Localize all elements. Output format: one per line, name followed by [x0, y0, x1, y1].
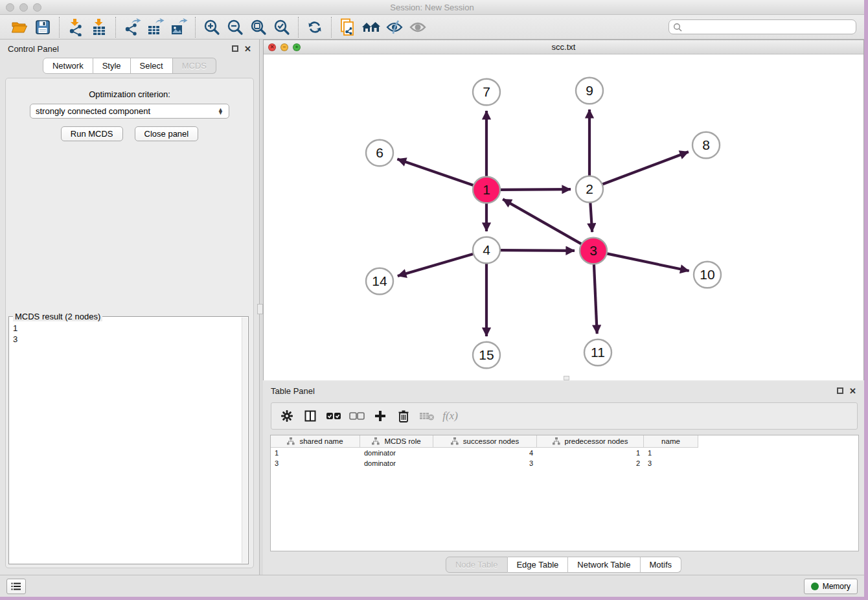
graph-node-label: 9	[586, 83, 593, 98]
graph-edge-2-8[interactable]	[601, 152, 689, 185]
close-table-panel-button[interactable]: ✕	[849, 387, 856, 395]
canvas-bottom-grip[interactable]	[564, 376, 569, 380]
eye-icon	[409, 19, 427, 35]
table-panel-title: Table Panel	[271, 386, 315, 396]
zoom-in-button[interactable]	[200, 17, 223, 38]
column-header-mcds-role[interactable]: MCDS role	[360, 435, 433, 448]
network-canvas[interactable]: 7968124314101511	[264, 54, 863, 380]
cell-name[interactable]: 1	[644, 449, 698, 457]
attribute-icon	[372, 437, 380, 445]
tab-edge-table[interactable]: Edge Table	[507, 557, 568, 573]
graph-edge-1-6[interactable]	[397, 159, 475, 185]
graph-node-label: 7	[483, 84, 490, 99]
search-input[interactable]	[685, 23, 852, 32]
column-label: MCDS role	[384, 437, 420, 445]
open-file-button[interactable]	[8, 17, 31, 38]
export-table-button[interactable]	[144, 17, 167, 38]
optimization-criterion-label: Optimization criterion:	[6, 89, 253, 99]
optimization-criterion-select[interactable]: strongly connected component ▲▼	[30, 104, 229, 119]
function-builder-button[interactable]: f(x)	[440, 406, 461, 426]
graph-edge-1-2[interactable]	[499, 189, 571, 190]
control-panel: Control Panel ✕ Network Style Select MCD…	[0, 40, 259, 575]
houses-icon	[361, 19, 381, 35]
mcds-result-list[interactable]: 1 3	[13, 319, 242, 563]
save-session-button[interactable]	[31, 17, 54, 38]
graph-edge-4-14[interactable]	[398, 253, 475, 276]
refresh-icon	[306, 19, 323, 36]
cell-predecessor-nodes[interactable]: 1	[537, 449, 644, 457]
select-stepper-icon: ▲▼	[218, 108, 223, 115]
cell-predecessor-nodes[interactable]: 2	[537, 459, 644, 467]
network-titlebar: scc.txt ✕ − +	[264, 40, 863, 54]
float-panel-button[interactable]	[232, 45, 238, 52]
tab-network-table[interactable]: Network Table	[568, 557, 640, 573]
zoom-selected-button[interactable]	[270, 17, 293, 38]
network-graph[interactable]: 7968124314101511	[264, 54, 863, 380]
close-panel-icon-button[interactable]: ✕	[244, 45, 251, 53]
tab-mcds[interactable]: MCDS	[173, 58, 216, 74]
clone-network-button[interactable]	[336, 17, 360, 38]
export-network-button[interactable]	[120, 17, 144, 38]
zoom-out-button[interactable]	[223, 17, 247, 38]
export-image-button[interactable]	[167, 17, 190, 38]
column-header-successor-nodes[interactable]: successor nodes	[433, 435, 537, 448]
graph-edge-2-3[interactable]	[590, 202, 592, 232]
memory-label: Memory	[823, 582, 851, 591]
zoom-fit-button[interactable]	[247, 17, 270, 38]
column-label: predecessor nodes	[565, 437, 628, 445]
show-columns-button[interactable]	[300, 406, 321, 426]
close-panel-button[interactable]: Close panel	[135, 126, 199, 141]
tab-motifs[interactable]: Motifs	[640, 557, 681, 573]
attribute-icon	[553, 437, 560, 445]
graph-edge-3-11[interactable]	[594, 263, 597, 334]
add-column-button[interactable]	[370, 406, 391, 426]
cell-successor-nodes[interactable]: 3	[433, 459, 537, 467]
cell-name[interactable]: 3	[644, 459, 698, 467]
zoom-in-icon	[203, 19, 220, 36]
hide-graphics-button[interactable]	[383, 17, 406, 38]
table-row[interactable]: 1 dominator 4 1 1	[271, 448, 858, 458]
search-field[interactable]	[668, 19, 856, 34]
graph-edge-3-1[interactable]	[503, 199, 582, 244]
delete-column-button[interactable]	[393, 406, 414, 426]
graph-node-label: 11	[591, 345, 605, 360]
graph-edge-4-3[interactable]	[499, 250, 575, 251]
show-graphics-button[interactable]	[406, 17, 429, 38]
deselect-all-button[interactable]	[347, 406, 367, 426]
column-header-name[interactable]: name	[644, 435, 698, 448]
float-table-panel-button[interactable]	[837, 387, 843, 394]
cell-shared-name[interactable]: 1	[271, 449, 360, 457]
import-network-button[interactable]	[64, 17, 87, 38]
run-mcds-button[interactable]: Run MCDS	[61, 126, 123, 141]
task-history-button[interactable]	[6, 579, 26, 594]
control-panel-header: Control Panel ✕	[0, 40, 259, 58]
trash-icon	[398, 410, 409, 422]
memory-button[interactable]: Memory	[804, 579, 858, 594]
table-settings-button[interactable]	[277, 406, 297, 426]
tab-select[interactable]: Select	[131, 58, 173, 74]
cell-mcds-role[interactable]: dominator	[360, 449, 433, 457]
import-table-button[interactable]	[87, 17, 111, 38]
refresh-button[interactable]	[303, 17, 326, 38]
column-header-shared-name[interactable]: shared name	[271, 435, 360, 448]
select-all-button[interactable]	[323, 406, 344, 426]
tab-style[interactable]: Style	[93, 58, 131, 74]
result-scrollbar[interactable]	[242, 317, 247, 563]
import-network-icon	[67, 18, 84, 36]
tab-node-table[interactable]: Node Table	[446, 557, 508, 573]
tab-network[interactable]: Network	[43, 58, 93, 74]
table-panel-header: Table Panel ✕	[263, 382, 864, 400]
table-row[interactable]: 3 dominator 3 2 3	[271, 458, 858, 468]
splitter-grip[interactable]	[257, 304, 263, 314]
home-button[interactable]	[360, 17, 383, 38]
table-tabs: Node Table Edge Table Network Table Moti…	[446, 557, 681, 573]
cell-mcds-role[interactable]: dominator	[360, 459, 433, 467]
gear-icon	[280, 410, 293, 422]
graph-edge-3-10[interactable]	[606, 253, 689, 271]
cell-successor-nodes[interactable]: 4	[433, 449, 537, 457]
column-label: successor nodes	[463, 437, 519, 445]
cell-shared-name[interactable]: 3	[271, 459, 360, 467]
clone-network-icon	[339, 18, 356, 36]
delete-table-button[interactable]	[417, 406, 437, 426]
column-header-predecessor-nodes[interactable]: predecessor nodes	[537, 435, 644, 448]
